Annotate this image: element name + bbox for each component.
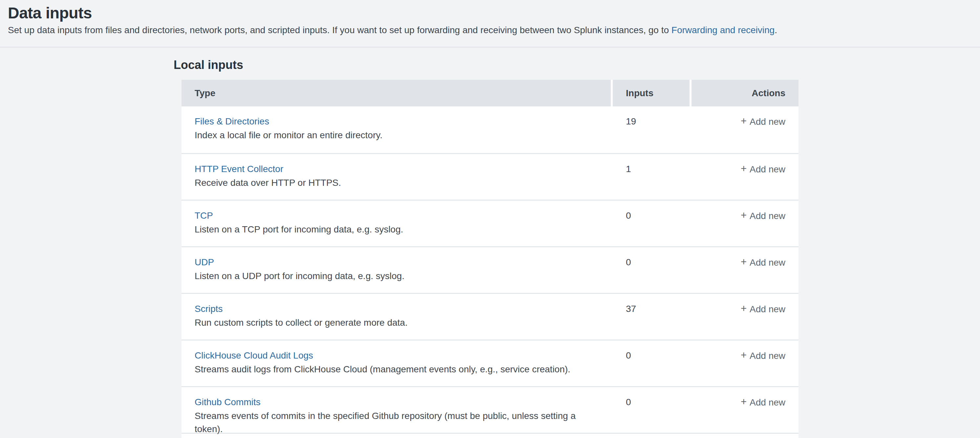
- add-new-link[interactable]: +Add new: [741, 164, 785, 174]
- column-header-type: Type: [181, 80, 611, 107]
- add-new-label: Add new: [749, 304, 785, 314]
- table-row-clickhouse-cloud-audit-logs: ClickHouse Cloud Audit Logs Streams audi…: [181, 339, 799, 386]
- input-type-description: Receive data over HTTP or HTTPS.: [195, 176, 584, 190]
- actions-cell: +Add new: [690, 154, 799, 200]
- type-cell: TCP Listen on a TCP port for incoming da…: [181, 201, 611, 246]
- table-row-scripts: Scripts Run custom scripts to collect or…: [181, 293, 799, 339]
- local-inputs-table: Type Inputs Actions Files & Directories …: [181, 80, 799, 438]
- plus-icon: +: [741, 115, 747, 127]
- inputs-count: 0: [611, 341, 690, 386]
- add-new-label: Add new: [749, 211, 785, 221]
- input-type-description: Streams events of commits in the specifi…: [195, 409, 584, 436]
- inputs-count: 37: [611, 294, 690, 339]
- input-type-link[interactable]: HTTP Event Collector: [195, 162, 283, 176]
- actions-cell: +Add new: [690, 387, 799, 433]
- add-new-link[interactable]: +Add new: [741, 116, 785, 127]
- table-row-http-event-collector: HTTP Event Collector Receive data over H…: [181, 153, 799, 200]
- type-cell: Scripts Run custom scripts to collect or…: [181, 294, 611, 339]
- type-cell: ClickHouse Cloud Audit Logs Streams audi…: [181, 341, 611, 386]
- inputs-count: 0: [611, 247, 690, 293]
- input-type-link[interactable]: Github Commits: [195, 395, 261, 409]
- add-new-link[interactable]: +Add new: [741, 350, 785, 361]
- forwarding-receiving-link[interactable]: Forwarding and receiving: [671, 25, 775, 35]
- input-type-description: Streams audit logs from ClickHouse Cloud…: [195, 363, 584, 376]
- column-header-actions: Actions: [690, 80, 799, 107]
- actions-cell: +Add new: [690, 201, 799, 246]
- plus-icon: +: [741, 209, 747, 221]
- page-subtitle-suffix: .: [775, 25, 777, 35]
- type-cell: HTTP Event Collector Receive data over H…: [181, 154, 611, 200]
- table-header-row: Type Inputs Actions: [181, 80, 799, 107]
- table-row-files-directories: Files & Directories Index a local file o…: [181, 107, 799, 153]
- page-title: Data inputs: [8, 3, 972, 23]
- local-inputs-section: Local inputs Type Inputs Actions Files &…: [173, 58, 980, 438]
- actions-cell: +Add new: [690, 341, 799, 386]
- add-new-link[interactable]: +Add new: [741, 397, 785, 408]
- add-new-label: Add new: [749, 350, 785, 361]
- add-new-label: Add new: [749, 116, 785, 127]
- inputs-count: 0: [611, 201, 690, 246]
- input-type-link[interactable]: ClickHouse Cloud Audit Logs: [195, 348, 313, 363]
- type-cell: Github Commits Streams events of commits…: [181, 387, 611, 433]
- section-title: Local inputs: [173, 58, 980, 72]
- plus-icon: +: [741, 163, 747, 174]
- inputs-count: 1: [611, 154, 690, 200]
- plus-icon: +: [741, 396, 747, 408]
- input-type-description: Run custom scripts to collect or generat…: [195, 316, 584, 329]
- input-type-description: Listen on a UDP port for incoming data, …: [195, 269, 584, 283]
- actions-cell: +Add new: [690, 247, 799, 293]
- page-subtitle-text: Set up data inputs from files and direct…: [8, 25, 671, 35]
- input-type-link[interactable]: UDP: [195, 255, 214, 269]
- input-type-description: Listen on a TCP port for incoming data, …: [195, 223, 584, 236]
- add-new-label: Add new: [749, 257, 785, 268]
- inputs-count: 19: [611, 107, 690, 153]
- add-new-link[interactable]: +Add new: [741, 304, 785, 314]
- type-cell: Files & Directories Index a local file o…: [181, 107, 611, 153]
- input-type-description: Index a local file or monitor an entire …: [195, 129, 584, 142]
- input-type-link[interactable]: Files & Directories: [195, 114, 269, 129]
- plus-icon: +: [741, 349, 747, 361]
- header-divider: [0, 47, 980, 48]
- table-row-tcp: TCP Listen on a TCP port for incoming da…: [181, 200, 799, 246]
- plus-icon: +: [741, 303, 747, 314]
- actions-cell: +Add new: [690, 294, 799, 339]
- inputs-count: 0: [611, 387, 690, 433]
- page-header: Data inputs Set up data inputs from file…: [0, 0, 980, 37]
- add-new-link[interactable]: +Add new: [741, 211, 785, 221]
- column-header-inputs: Inputs: [611, 80, 690, 107]
- table-body: Files & Directories Index a local file o…: [181, 107, 799, 438]
- add-new-label: Add new: [749, 164, 785, 174]
- page-subtitle: Set up data inputs from files and direct…: [8, 24, 972, 37]
- add-new-label: Add new: [749, 397, 785, 408]
- plus-icon: +: [741, 256, 747, 268]
- table-row-udp: UDP Listen on a UDP port for incoming da…: [181, 246, 799, 293]
- type-cell: UDP Listen on a UDP port for incoming da…: [181, 247, 611, 293]
- table-row-github-commits: Github Commits Streams events of commits…: [181, 386, 799, 433]
- add-new-link[interactable]: +Add new: [741, 257, 785, 268]
- input-type-link[interactable]: TCP: [195, 209, 213, 223]
- input-type-link[interactable]: Scripts: [195, 302, 223, 316]
- actions-cell: +Add new: [690, 107, 799, 153]
